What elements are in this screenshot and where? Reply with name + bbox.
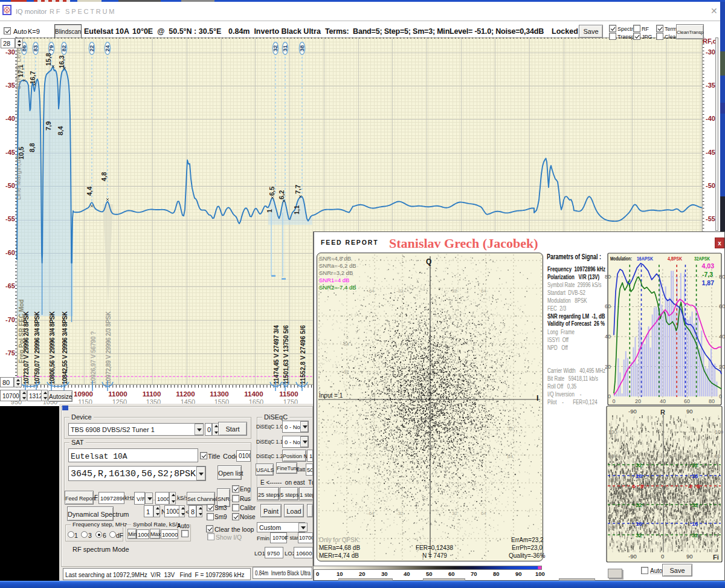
svg-text:80: 80 bbox=[608, 453, 614, 459]
svg-text:90: 90 bbox=[686, 408, 693, 415]
svg-text:90: 90 bbox=[686, 553, 693, 560]
svg-text:-90: -90 bbox=[628, 408, 637, 415]
svg-text:4: 4 bbox=[689, 483, 692, 489]
svg-text:32: 32 bbox=[636, 462, 642, 468]
svg-text:8: 8 bbox=[640, 483, 643, 489]
svg-text:16: 16 bbox=[636, 473, 642, 479]
svg-text:32: 32 bbox=[692, 502, 698, 508]
svg-text:Fi: Fi bbox=[713, 554, 719, 561]
svg-text:32: 32 bbox=[636, 502, 642, 508]
svg-text:16: 16 bbox=[692, 520, 698, 527]
svg-text:-90: -90 bbox=[628, 553, 637, 560]
svg-text:0: 0 bbox=[661, 553, 664, 560]
svg-text:60: 60 bbox=[715, 477, 721, 483]
svg-text:100: 100 bbox=[608, 429, 617, 435]
svg-text:32: 32 bbox=[692, 532, 698, 538]
svg-text:R: R bbox=[660, 409, 665, 416]
svg-text:16: 16 bbox=[636, 520, 642, 527]
svg-text:20: 20 bbox=[715, 525, 721, 531]
svg-text:80: 80 bbox=[715, 453, 721, 459]
svg-text:16: 16 bbox=[692, 473, 698, 479]
svg-text:100: 100 bbox=[715, 429, 723, 435]
svg-text:8: 8 bbox=[697, 483, 700, 489]
svg-text:20: 20 bbox=[608, 525, 614, 531]
svg-text:32: 32 bbox=[692, 462, 698, 468]
svg-text:60: 60 bbox=[608, 477, 614, 483]
svg-text:4: 4 bbox=[632, 483, 636, 489]
svg-text:32: 32 bbox=[636, 532, 642, 538]
